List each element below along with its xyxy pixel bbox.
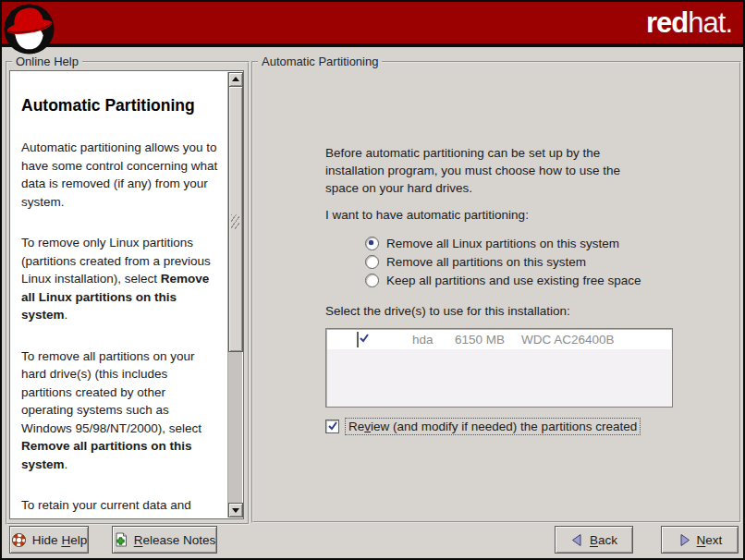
online-help-frame-label: Online Help (12, 55, 82, 68)
radio-group-prompt: I want to have automatic partitioning: (325, 208, 529, 222)
lifebuoy-icon (11, 532, 27, 548)
scroll-up-button[interactable] (228, 72, 243, 87)
automatic-partitioning-frame-label: Automatic Partitioning (258, 55, 382, 68)
next-button[interactable]: Next (661, 526, 739, 554)
wordmark-hat: hat. (688, 6, 732, 39)
drive-row-checkbox[interactable] (357, 332, 359, 347)
help-scrollbar[interactable] (227, 72, 242, 517)
review-checkbox-label: Review (and modify if needed) the partit… (345, 418, 641, 435)
help-text: Automatic Partitioning Automatic partiti… (11, 71, 227, 517)
radio-label: Keep all partitions and use existing fre… (386, 274, 641, 287)
online-help-frame: Online Help Automatic Partitioning Autom… (6, 61, 250, 525)
radio-label: Remove all partitions on this system (386, 255, 586, 269)
radio-label: Remove all Linux partitions on this syst… (386, 237, 619, 250)
drive-size: 6150 MB (455, 333, 512, 347)
help-panel: Automatic Partitioning Automatic partiti… (9, 70, 244, 519)
release-notes-button[interactable]: Release Notes (112, 526, 217, 554)
radio-icon (365, 274, 379, 287)
release-notes-icon (114, 532, 128, 547)
installer-window: redhat. Online Help Automatic Partitioni… (0, 0, 745, 560)
drive-row[interactable]: hda 6150 MB WDC AC26400B (327, 330, 671, 349)
wordmark-red: red (646, 6, 688, 39)
drive-select-label: Select the drive(s) to use for this inst… (325, 304, 570, 318)
review-checkbox-box[interactable] (325, 420, 339, 433)
radio-option[interactable]: Remove all Linux partitions on this syst… (365, 235, 619, 251)
drive-list[interactable]: hda 6150 MB WDC AC26400B (325, 328, 673, 408)
scrollbar-grip-icon (231, 214, 239, 229)
header-bar: redhat. (2, 2, 743, 47)
radio-icon (365, 237, 379, 250)
radio-option[interactable]: Keep all partitions and use existing fre… (365, 272, 641, 288)
drive-device: hda (412, 333, 455, 347)
checkmark-icon (358, 332, 371, 345)
radio-icon (365, 255, 379, 269)
checkmark-icon (326, 420, 339, 432)
help-paragraphs: Automatic partitioning allows you to hav… (21, 139, 220, 515)
release-notes-label: Release Notes (134, 533, 216, 547)
scrollbar-thumb[interactable] (228, 86, 243, 352)
scroll-down-button[interactable] (228, 503, 243, 517)
next-label: Next (697, 533, 723, 547)
arrow-up-icon (232, 77, 239, 81)
radio-option[interactable]: Remove all partitions on this system (365, 253, 586, 270)
automatic-partitioning-frame: Automatic Partitioning Before automatic … (251, 61, 741, 523)
window-body: redhat. Online Help Automatic Partitioni… (2, 2, 743, 558)
back-button[interactable]: Back (555, 526, 633, 554)
hide-help-label: Hide Help (32, 533, 87, 547)
back-arrow-icon (570, 533, 584, 547)
drive-model: WDC AC26400B (521, 333, 615, 347)
hide-help-button[interactable]: Hide Help (9, 526, 89, 554)
help-title: Automatic Partitioning (21, 95, 220, 116)
intro-text: Before automatic partitioning can be set… (325, 144, 634, 197)
redhat-shadowman-icon (3, 3, 55, 55)
arrow-down-icon (232, 508, 239, 513)
redhat-wordmark: redhat. (646, 4, 732, 43)
back-label: Back (590, 533, 617, 547)
review-checkbox-row[interactable]: Review (and modify if needed) the partit… (325, 420, 641, 435)
next-arrow-icon (678, 533, 691, 547)
